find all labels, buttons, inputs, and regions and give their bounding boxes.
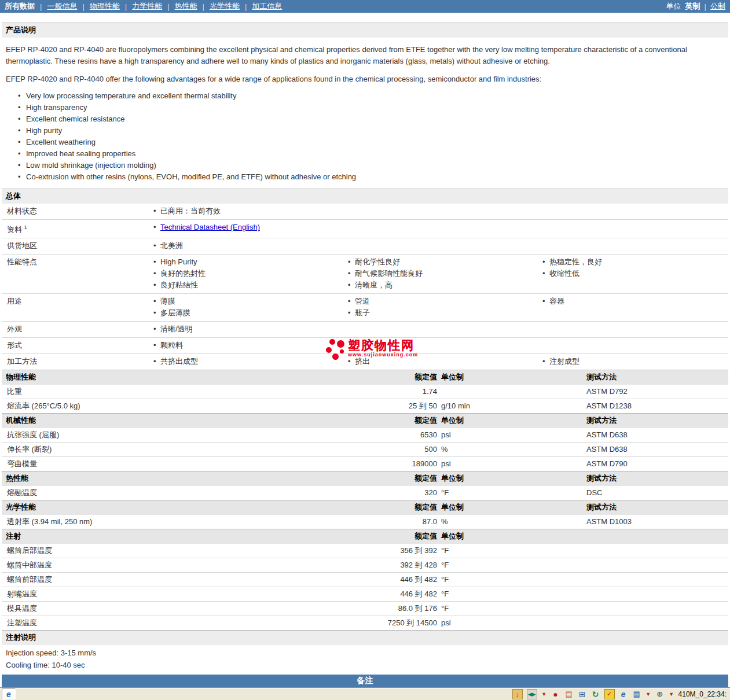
row-value: 良好的热封性 [148, 268, 342, 279]
media-control-icon[interactable]: ◀▶ [527, 689, 537, 699]
table-row: 比重 1.74 ASTM D792 [2, 385, 728, 399]
table-row: 注塑温度 7250 到 14500 psi [2, 616, 728, 630]
row-value: 薄膜 [148, 296, 342, 307]
thermal-properties-table: 热性能 额定值 单位制 测试方法 熔融温度 320 °F DSC [2, 471, 728, 500]
clipboard-icon[interactable]: ✓ [604, 689, 615, 699]
nav-separator: | [203, 2, 204, 11]
status-page-indicator: e [2, 688, 16, 699]
unit-label: 单位 [666, 1, 681, 12]
nav-separator: | [167, 2, 169, 11]
nav-item-optical[interactable]: 光学性能 [210, 1, 240, 12]
cascade-windows-icon[interactable]: ▦ [632, 690, 641, 699]
unit-metric-link[interactable]: 公制 [710, 1, 725, 12]
table-row: 螺筒前部温度 446 到 482 °F [2, 572, 728, 587]
list-item: Excellent chemical resistance [18, 113, 728, 125]
table-row: 熔流率 (265°C/5.0 kg) 25 到 50 g/10 min ASTM… [2, 399, 728, 413]
table-row: 模具温度 86.0 到 176 °F [2, 601, 728, 616]
row-value: 管道 [342, 296, 537, 307]
nav-item-thermal[interactable]: 热性能 [175, 1, 197, 12]
list-item: Improved heat sealing properties [18, 148, 728, 160]
table-row: 弯曲模量 189000 psi ASTM D790 [2, 456, 728, 471]
main-content: 产品说明 EFEP RP-4020 and RP-4040 are fluoro… [0, 23, 730, 700]
list-item: Low mold shrinkage (injection molding) [18, 160, 728, 171]
row-value: 共挤出成型 [148, 356, 342, 367]
dropdown-arrow-icon[interactable]: ▼ [541, 690, 547, 699]
general-row-features: 性能特点 High Purity 良好的热封性 良好粘结性 耐化学性良好 耐气候… [2, 254, 728, 293]
row-label: 供货地区 [2, 240, 148, 252]
row-value: 注射成型 [537, 356, 728, 367]
row-label: 用途 [2, 296, 148, 319]
row-value: 耐化学性良好 [342, 256, 537, 268]
table-header: 光学性能 额定值 单位制 测试方法 [2, 500, 728, 515]
general-row-uses: 用途 薄膜 多层薄膜 管道 瓶子 容器 [2, 293, 728, 321]
row-value: 挤出 [342, 356, 537, 367]
zoom-icon[interactable]: ⊕ [655, 690, 665, 699]
refresh-icon[interactable]: ↻ [591, 690, 600, 699]
row-label: 外观 [2, 323, 148, 335]
nav-item-processing[interactable]: 加工信息 [252, 1, 282, 12]
ie-icon[interactable]: e [619, 690, 628, 699]
nav-separator: | [245, 2, 247, 11]
general-row-material-status: 材料状态 已商用：当前有效 [2, 204, 728, 219]
section-header-product-description: 产品说明 [2, 23, 728, 38]
product-paragraph-2: EFEP RP-4020 and RP-4040 offer the follo… [2, 73, 728, 85]
row-value: 已商用：当前有效 [148, 205, 342, 217]
row-value: 颗粒料 [148, 340, 342, 351]
note-line: Injection speed: 3-15 mm/s [2, 645, 728, 657]
ie-page-icon: e [6, 690, 11, 699]
open-window-icon[interactable]: ⊞ [578, 690, 587, 699]
general-row-processing-method: 加工方法 共挤出成型 挤出 注射成型 [2, 353, 728, 370]
table-row: 抗张强度 (屈服) 6530 psi ASTM D638 [2, 428, 728, 442]
download-icon[interactable]: ↓ [512, 689, 523, 699]
list-item: Very low processing temperature and exce… [18, 90, 728, 102]
status-bar-tools: ↓ ◀▶ ▼ ● ▤ ⊞ ↻ ✓ e ▦ ▼ ⊕ ▼ 410M_0_22:34: [512, 689, 730, 699]
table-header: 机械性能 额定值 单位制 测试方法 [2, 413, 728, 428]
nav-item-all-data[interactable]: 所有数据 [5, 1, 35, 12]
new-page-icon[interactable]: ▤ [564, 690, 574, 699]
table-header: 物理性能 额定值 单位制 测试方法 [2, 370, 728, 385]
dropdown-arrow-icon[interactable]: ▼ [645, 690, 651, 699]
note-line: Cooling time: 10-40 sec [2, 657, 728, 669]
row-label: 材料状态 [2, 205, 148, 217]
section-header-general: 总体 [2, 189, 728, 204]
row-value: 多层薄膜 [148, 307, 342, 319]
row-value: 耐气候影响性能良好 [342, 268, 537, 279]
table-row: 伸长率 (断裂) 500 % ASTM D638 [2, 442, 728, 456]
nav-item-mechanical[interactable]: 力学性能 [132, 1, 162, 12]
row-value: 热稳定性，良好 [537, 256, 728, 268]
remarks-bar: 备注 [2, 675, 728, 688]
general-row-literature: 资料 1 Technical Datasheet (English) [2, 219, 728, 238]
nav-item-general-info[interactable]: 一般信息 [47, 1, 77, 12]
physical-properties-table: 物理性能 额定值 单位制 测试方法 比重 1.74 ASTM D792 熔流率 … [2, 370, 728, 413]
list-item: High purity [18, 125, 728, 137]
row-value: High Purity [148, 256, 342, 268]
general-row-appearance: 外观 清晰/透明 [2, 321, 728, 337]
table-header: 注射 额定值 单位制 [2, 529, 728, 544]
row-value: 清晰度，高 [342, 279, 537, 291]
unit-imperial[interactable]: 英制 [685, 1, 700, 12]
row-value: 容器 [537, 296, 728, 307]
footnote-marker: 1 [24, 224, 27, 230]
unit-switcher: 单位 英制 | 公制 [666, 1, 725, 12]
globe-icon[interactable]: ● [551, 690, 560, 699]
general-row-availability: 供货地区 北美洲 [2, 238, 728, 254]
table-header: 热性能 额定值 单位制 测试方法 [2, 471, 728, 486]
optical-properties-table: 光学性能 额定值 单位制 测试方法 透射率 (3.94 mil, 250 nm)… [2, 500, 728, 529]
list-item: Excellent weathering [18, 137, 728, 148]
status-bar-text: 410M_0_22:34: [678, 690, 727, 698]
table-row: 螺筒中部温度 392 到 428 °F [2, 558, 728, 572]
dropdown-arrow-icon[interactable]: ▼ [669, 690, 674, 699]
row-value: 收缩性低 [537, 268, 728, 279]
list-item: High transparency [18, 102, 728, 113]
advantage-list: Very low processing temperature and exce… [18, 90, 728, 183]
row-label: 性能特点 [2, 256, 148, 291]
row-label: 资料 1 [2, 222, 148, 235]
nav-separator: | [40, 2, 42, 11]
top-nav: 所有数据| 一般信息| 物理性能| 力学性能| 热性能| 光学性能| 加工信息 … [0, 0, 730, 13]
technical-datasheet-link[interactable]: Technical Datasheet (English) [160, 223, 260, 231]
row-value: 北美洲 [148, 240, 342, 252]
nav-item-physical[interactable]: 物理性能 [90, 1, 120, 12]
unit-separator: | [705, 2, 706, 11]
injection-table: 注射 额定值 单位制 螺筒后部温度 356 到 392 °F 螺筒中部温度 39… [2, 529, 728, 630]
nav-links: 所有数据| 一般信息| 物理性能| 力学性能| 热性能| 光学性能| 加工信息 [5, 1, 282, 12]
